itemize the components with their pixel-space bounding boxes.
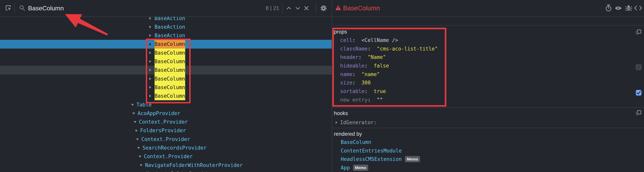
memo-badge: Memo xyxy=(405,156,420,162)
clear-search-icon[interactable] xyxy=(304,6,309,11)
chevron-right-icon[interactable] xyxy=(149,26,151,28)
prop-row[interactable]: name: "name" xyxy=(332,70,644,79)
inspect-dom-eye-icon[interactable] xyxy=(614,6,622,11)
prop-value[interactable]: "Name" xyxy=(368,54,386,60)
chevron-down-icon[interactable] xyxy=(132,112,135,114)
chevron-right-icon[interactable] xyxy=(149,60,151,63)
tree-row-label: BaseColumn xyxy=(154,83,185,92)
prop-row[interactable]: header: "Name" xyxy=(332,53,644,62)
prop-value[interactable]: "cms-aco-list-title" xyxy=(377,46,438,52)
tree-row[interactable]: Context.Provider xyxy=(0,118,332,126)
tree-row-label: BaseColumn xyxy=(154,74,185,83)
tree-row[interactable]: BaseColumn xyxy=(0,40,332,48)
chevron-right-icon[interactable] xyxy=(149,69,151,71)
tree-row[interactable]: BaseColumn xyxy=(0,66,332,74)
tree-row[interactable]: BaseAction xyxy=(0,31,332,40)
tree-row-label: BaseColumn xyxy=(154,48,185,57)
chevron-right-icon[interactable] xyxy=(149,94,151,97)
prop-value[interactable]: 300 xyxy=(362,80,371,86)
tree-row-label: NavigateFolderProvider xyxy=(146,170,213,172)
chevron-down-icon[interactable] xyxy=(131,104,134,106)
rendered-by-item[interactable]: BaseColumn xyxy=(332,138,644,147)
tree-row[interactable]: BaseColumn xyxy=(0,74,332,83)
log-data-bug-icon[interactable] xyxy=(625,4,632,12)
props-section-label: props xyxy=(334,29,347,35)
chevron-right-icon[interactable] xyxy=(149,17,151,20)
props-list: cell: <CellName />className: "cms-aco-li… xyxy=(332,36,644,104)
panel-divider[interactable] xyxy=(332,0,332,172)
chevron-right-icon[interactable] xyxy=(149,86,151,89)
copy-hooks-icon[interactable] xyxy=(636,110,642,116)
props-section-border xyxy=(332,25,644,26)
tree-row-label: BaseColumn xyxy=(154,92,185,100)
previous-match-icon[interactable] xyxy=(286,6,292,10)
rendered-by-component-link[interactable]: HeadlessCMSExtension xyxy=(341,156,402,162)
tree-row[interactable]: BaseColumn xyxy=(0,57,332,66)
chevron-right-icon[interactable] xyxy=(336,121,338,124)
tree-row-label: BaseColumn xyxy=(154,40,185,48)
tree-row[interactable]: NavigateFolderWithRouterProvider xyxy=(0,161,332,170)
tree-row-label: BaseAction xyxy=(154,16,185,22)
chevron-down-icon[interactable] xyxy=(140,164,142,166)
prop-key: new entry xyxy=(340,97,368,103)
chevron-down-icon[interactable] xyxy=(137,147,140,149)
rendered-by-section-label: rendered by xyxy=(334,131,362,137)
prop-row[interactable]: className: "cms-aco-list-title" xyxy=(332,45,644,53)
chevron-right-icon[interactable] xyxy=(149,43,151,46)
chevron-right-icon[interactable] xyxy=(149,34,151,37)
rendered-by-component-link[interactable]: BaseColumn xyxy=(341,139,371,145)
suspend-timer-icon[interactable] xyxy=(605,4,612,12)
view-source-code-icon[interactable] xyxy=(634,5,642,11)
tree-row[interactable]: BaseAction xyxy=(0,22,332,31)
header-border xyxy=(0,16,644,17)
prop-row[interactable]: size: 300 xyxy=(332,78,644,87)
tree-row-label: Context.Provider xyxy=(144,152,192,161)
tree-row[interactable]: FoldersProvider xyxy=(0,126,332,135)
prop-value[interactable]: true xyxy=(374,88,386,94)
tree-row[interactable]: BaseAction xyxy=(0,16,332,22)
rendered-by-component-link[interactable]: App xyxy=(341,165,350,171)
prop-row[interactable]: cell: <CellName /> xyxy=(332,36,644,45)
tree-row[interactable]: BaseColumn xyxy=(0,83,332,92)
chevron-down-icon[interactable] xyxy=(136,138,139,140)
chevron-right-icon[interactable] xyxy=(149,52,151,54)
prop-colon: : xyxy=(352,71,362,77)
rendered-by-item[interactable]: AppMemo xyxy=(332,164,644,172)
search-results-counter: 8 | 21 xyxy=(266,5,279,11)
rendered-by-list: BaseColumnContentEntriesModuleHeadlessCM… xyxy=(332,138,644,172)
prop-row[interactable]: hideable: false xyxy=(332,62,644,70)
rendered-by-component-link[interactable]: ContentEntriesModule xyxy=(341,148,402,154)
next-match-icon[interactable] xyxy=(295,6,300,10)
chevron-right-icon[interactable] xyxy=(149,78,151,80)
settings-gear-icon[interactable] xyxy=(320,5,327,12)
tree-row[interactable]: BaseColumn xyxy=(0,48,332,57)
chevron-down-icon[interactable] xyxy=(138,156,141,158)
tree-row[interactable]: Table xyxy=(0,100,332,109)
prop-value[interactable]: "" xyxy=(377,97,383,103)
chevron-down-icon[interactable] xyxy=(135,130,138,132)
hideable-checkbox-unchecked[interactable] xyxy=(636,64,642,70)
sortable-checkbox-checked[interactable] xyxy=(636,90,642,96)
tree-row[interactable]: SearchRecordsProvider xyxy=(0,144,332,152)
tree-row[interactable]: NavigateFolderProvider xyxy=(0,170,332,172)
tree-row[interactable]: AcoAppProvider xyxy=(0,109,332,118)
inspect-element-icon[interactable] xyxy=(5,5,12,11)
prop-row[interactable]: new entry: "" xyxy=(332,96,644,104)
hook-item[interactable]: IdGenerator: xyxy=(332,118,644,126)
prop-row[interactable]: sortable: true xyxy=(332,87,644,96)
rendered-by-item[interactable]: HeadlessCMSExtensionMemo xyxy=(332,155,644,164)
tree-row-label: SearchRecordsProvider xyxy=(142,144,206,152)
tree-row[interactable]: Context.Provider xyxy=(0,135,332,144)
prop-value[interactable]: false xyxy=(374,63,389,69)
memo-badge: Memo xyxy=(353,164,368,171)
rendered-by-item[interactable]: ContentEntriesModule xyxy=(332,147,644,155)
prop-value[interactable]: "name" xyxy=(362,71,380,77)
chevron-down-icon[interactable] xyxy=(134,121,136,123)
search-input[interactable] xyxy=(28,4,252,13)
copy-props-icon[interactable] xyxy=(636,29,642,36)
tree-row[interactable]: Context.Provider xyxy=(0,152,332,161)
toolbar-divider xyxy=(282,3,283,13)
prop-key: className xyxy=(340,46,368,52)
tree-row[interactable]: BaseColumn xyxy=(0,92,332,100)
prop-value[interactable]: <CellName /> xyxy=(362,37,398,43)
